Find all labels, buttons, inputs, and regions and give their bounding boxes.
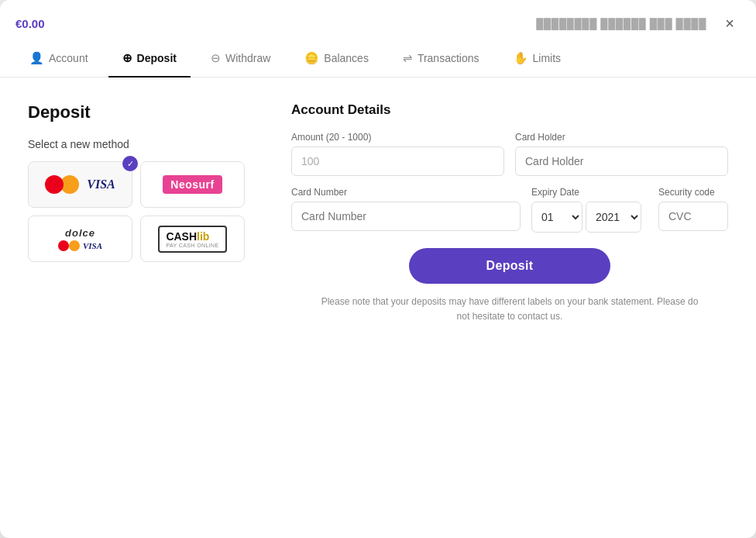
nav-label-account: Account (49, 52, 88, 64)
form-row-amount-cardholder: Amount (20 - 1000) Card Holder (291, 132, 728, 176)
nav-item-limits[interactable]: ✋ Limits (500, 40, 576, 78)
selected-check-icon: ✓ (122, 156, 138, 171)
method-neosurf[interactable]: Neosurf (140, 161, 245, 208)
dolce-mc-right (69, 240, 80, 251)
cashlib-name: CASHlib (166, 230, 209, 243)
dolce-visa-text: VISA (83, 241, 102, 250)
card-number-group: Card Number (291, 187, 521, 233)
nav-item-account[interactable]: 👤 Account (15, 40, 102, 78)
nav-label-balances: Balances (324, 52, 369, 64)
left-panel: Deposit Select a new method ✓ VISA Neosu… (28, 102, 245, 324)
limits-icon: ✋ (514, 51, 528, 65)
nav-item-transactions[interactable]: ⇌ Transactions (389, 40, 493, 78)
amount-label: Amount (20 - 1000) (291, 132, 504, 143)
method-dolce-visa[interactable]: dolce VISA (28, 216, 132, 262)
nav-item-deposit[interactable]: ⊕ Deposit (108, 40, 191, 78)
visa-text: VISA (87, 178, 115, 191)
card-number-label: Card Number (291, 187, 521, 198)
method-cashlib[interactable]: CASHlib PAY CASH ONLINE (140, 216, 245, 262)
security-code-group: Security code (658, 187, 728, 233)
expiry-selects: 01020304 05060708 09101112 2021202220232… (531, 202, 648, 233)
cashlib-tagline: PAY CASH ONLINE (166, 243, 218, 248)
security-code-input[interactable] (658, 202, 728, 231)
page-title: Deposit (28, 102, 245, 122)
right-panel: Account Details Amount (20 - 1000) Card … (291, 102, 728, 324)
amount-group: Amount (20 - 1000) (291, 132, 504, 176)
expiry-date-group: Expiry Date 01020304 05060708 09101112 2… (531, 187, 648, 233)
nav-bar: 👤 Account ⊕ Deposit ⊖ Withdraw 🪙 Balance… (0, 40, 756, 78)
balances-icon: 🪙 (304, 51, 319, 65)
payment-methods-grid: ✓ VISA Neosurf dolce (28, 161, 245, 262)
modal-header: €0.00 ████████ ██████ ███ ████ × (0, 0, 756, 40)
content-area: Deposit Select a new method ✓ VISA Neosu… (0, 78, 756, 349)
nav-label-withdraw: Withdraw (225, 52, 270, 64)
username-display: ████████ ██████ ███ ████ (536, 18, 706, 29)
select-method-label: Select a new method (28, 138, 245, 150)
card-holder-input[interactable] (515, 147, 728, 176)
mastercard-visa-logo: VISA (45, 175, 115, 194)
card-holder-group: Card Holder (515, 132, 728, 176)
amount-input[interactable] (291, 147, 504, 176)
account-icon: 👤 (29, 51, 44, 65)
dolce-sub-logos: VISA (58, 240, 102, 251)
dolce-visa-logo: dolce VISA (58, 227, 102, 251)
nav-item-withdraw[interactable]: ⊖ Withdraw (197, 40, 284, 78)
method-mastercard-visa[interactable]: ✓ VISA (28, 161, 132, 208)
deposit-button[interactable]: Deposit (409, 248, 610, 284)
expiry-year-select[interactable]: 2021202220232024 2025202620272028 (586, 202, 641, 233)
withdraw-icon: ⊖ (211, 51, 221, 65)
nav-label-transactions: Transactions (418, 52, 479, 64)
close-button[interactable]: × (719, 12, 741, 34)
cashlib-logo-box: CASHlib PAY CASH ONLINE (158, 226, 226, 253)
card-holder-label: Card Holder (515, 132, 728, 143)
dolce-mc-left (58, 240, 69, 251)
transactions-icon: ⇌ (403, 51, 413, 65)
mastercard-left-circle (45, 175, 64, 194)
dolce-text: dolce (65, 227, 95, 239)
balance-display: €0.00 (15, 17, 45, 30)
nav-label-deposit: Deposit (137, 52, 177, 64)
nav-item-balances[interactable]: 🪙 Balances (290, 40, 383, 78)
security-code-label: Security code (658, 187, 728, 198)
account-details-title: Account Details (291, 102, 728, 118)
deposit-icon: ⊕ (122, 51, 132, 65)
expiry-month-select[interactable]: 01020304 05060708 09101112 (531, 202, 582, 233)
nav-label-limits: Limits (533, 52, 562, 64)
deposit-notice: Please note that your deposits may have … (316, 295, 703, 324)
form-row-card-expiry-cvc: Card Number Expiry Date 01020304 0506070… (291, 187, 728, 233)
modal: €0.00 ████████ ██████ ███ ████ × 👤 Accou… (0, 0, 756, 538)
neosurf-logo: Neosurf (163, 175, 222, 194)
card-number-input[interactable] (291, 202, 521, 231)
expiry-date-label: Expiry Date (531, 187, 648, 198)
